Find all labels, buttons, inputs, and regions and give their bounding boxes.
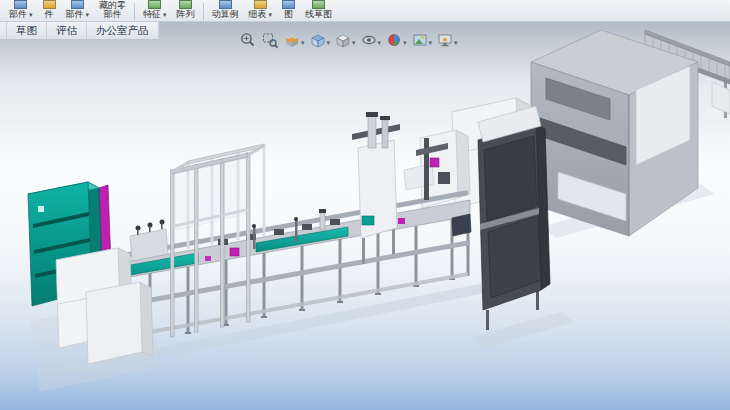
- toolbar-button-drawing[interactable]: 图: [277, 0, 300, 21]
- chevron-down-icon: [454, 31, 458, 49]
- view-orientation-icon: [309, 31, 327, 49]
- toolbar-separator: [203, 3, 204, 21]
- view-settings-icon: [436, 31, 454, 49]
- chevron-down-icon: [327, 31, 331, 49]
- display-style-button[interactable]: [333, 30, 357, 50]
- command-manager-toolbar: 部件 件 部件 藏的零 部件 特征 阵列 动算例: [0, 0, 730, 22]
- sketch-icon: [312, 0, 325, 9]
- chevron-down-icon: [28, 10, 33, 19]
- zoom-area-icon: [261, 31, 279, 49]
- tab-evaluate[interactable]: 评估: [47, 22, 87, 39]
- feature-icon: [148, 0, 161, 9]
- pattern-icon: [179, 0, 192, 9]
- eye-icon: [360, 31, 378, 49]
- chevron-down-icon: [301, 31, 305, 49]
- machine-right-enclosure[interactable]: [531, 30, 698, 236]
- part-icon: [43, 0, 56, 9]
- section-view-button[interactable]: [282, 30, 306, 50]
- display-style-icon: [334, 31, 352, 49]
- toolbar-label: 件: [45, 10, 54, 19]
- toolbar-button-components[interactable]: 部件: [4, 0, 38, 21]
- viewport-3d[interactable]: [0, 22, 730, 410]
- view-settings-button[interactable]: [435, 30, 459, 50]
- toolbar-label: 线草图: [305, 10, 332, 19]
- hide-show-items-button[interactable]: [359, 30, 383, 50]
- toolbar-button-hidden-components[interactable]: 藏的零 部件: [94, 1, 131, 21]
- chevron-down-icon: [85, 10, 90, 19]
- chevron-down-icon: [378, 31, 382, 49]
- motion-study-icon: [219, 0, 232, 9]
- chevron-down-icon: [403, 31, 407, 49]
- toolbar-label: 动算例: [212, 10, 239, 19]
- chevron-down-icon: [162, 10, 167, 19]
- apply-scene-button[interactable]: [410, 30, 434, 50]
- drawing-icon: [282, 0, 295, 9]
- toolbar-label: 部件: [104, 10, 122, 19]
- toolbar-label: 特征: [143, 10, 161, 19]
- tab-sketch[interactable]: 草图: [6, 22, 47, 39]
- toolbar-button-features[interactable]: 特征: [138, 0, 172, 21]
- edit-appearance-button[interactable]: [384, 30, 408, 50]
- toolbar-button-components-2[interactable]: 部件: [61, 0, 95, 21]
- appearance-ball-icon: [385, 31, 403, 49]
- toolbar-button-motion-study[interactable]: 动算例: [207, 0, 244, 21]
- component-icon: [71, 0, 84, 9]
- toolbar-label: 细表: [249, 10, 267, 19]
- command-manager-tabs: 草图 评估 办公室产品: [0, 22, 160, 40]
- chevron-down-icon: [429, 31, 433, 49]
- toolbar-label: 部件: [66, 10, 84, 19]
- scene-icon: [411, 31, 429, 49]
- toolbar-separator: [134, 3, 135, 21]
- zoom-to-fit-button[interactable]: [238, 30, 258, 50]
- bom-table-icon: [254, 0, 267, 9]
- solidworks-window: 部件 件 部件 藏的零 部件 特征 阵列 动算例: [0, 0, 730, 410]
- toolbar-button-part[interactable]: 件: [38, 0, 61, 21]
- component-icon: [14, 0, 27, 9]
- chevron-down-icon: [352, 31, 356, 49]
- section-view-icon: [283, 31, 301, 49]
- heads-up-view-toolbar: [238, 30, 459, 50]
- toolbar-label: 图: [284, 10, 293, 19]
- view-orientation-button[interactable]: [308, 30, 332, 50]
- toolbar-button-bom[interactable]: 细表: [244, 0, 278, 21]
- toolbar-label: 部件: [9, 10, 27, 19]
- chevron-down-icon: [268, 10, 273, 19]
- toolbar-button-line-sketch[interactable]: 线草图: [300, 0, 337, 21]
- tab-office-products[interactable]: 办公室产品: [87, 22, 159, 39]
- zoom-to-fit-icon: [239, 31, 257, 49]
- toolbar-button-pattern[interactable]: 阵列: [172, 0, 200, 21]
- zoom-area-button[interactable]: [260, 30, 280, 50]
- toolbar-label: 阵列: [177, 10, 195, 19]
